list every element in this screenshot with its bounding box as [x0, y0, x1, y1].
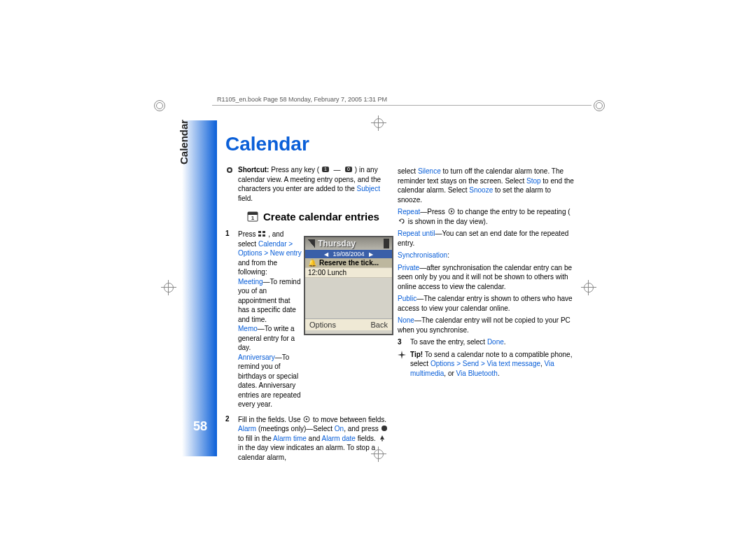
- svg-point-1: [228, 169, 231, 171]
- private-label: Private: [398, 264, 419, 272]
- text: —The calendar entry will not be copied t…: [398, 316, 570, 334]
- phone-date: 19/08/2004: [332, 251, 364, 258]
- register-mark: [371, 115, 386, 131]
- svg-point-14: [306, 418, 307, 419]
- text: , and press: [344, 425, 380, 433]
- step-number: 3: [398, 337, 405, 347]
- phone-softkeys: Options Back: [305, 318, 392, 330]
- silence-label: Silence: [418, 167, 441, 175]
- meeting-label: Meeting: [238, 278, 263, 286]
- repeat-until-label: Repeat until: [398, 230, 435, 237]
- register-mark: [581, 280, 596, 295]
- text: .: [498, 370, 500, 377]
- phone-entry-text: Reserve the tick...: [319, 259, 379, 267]
- right-key-icon: [447, 208, 456, 215]
- svg-rect-11: [258, 234, 261, 237]
- text: select: [398, 167, 418, 175]
- phone-entry-time: 12:00: [308, 269, 326, 276]
- phone-softkey-right: Back: [371, 321, 388, 329]
- shortcut-note: Shortcut: Press any key ( 1 — 0 ) in any…: [225, 165, 392, 203]
- text: in the day view indicates an alarm. To s…: [238, 444, 375, 461]
- signal-icon: [308, 239, 315, 248]
- svg-point-16: [382, 440, 383, 441]
- subject-link: Subject: [357, 185, 380, 192]
- text: to fill in the: [238, 435, 273, 442]
- memo-label: Memo: [238, 325, 258, 332]
- phone-softkey-left: Options: [309, 321, 336, 329]
- tip-note: Tip! To send a calendar note to a compat…: [398, 350, 575, 379]
- svg-text:1: 1: [251, 215, 255, 221]
- chevron-left-icon: ◀: [324, 251, 328, 258]
- phone-day-label: Thursday: [318, 239, 381, 248]
- text: .: [504, 338, 506, 346]
- text: is shown in the day view).: [408, 218, 488, 225]
- alarm-date-label: Alarm date: [322, 435, 356, 442]
- list-item: 1 Press , and select Calendar > Options …: [225, 230, 302, 409]
- text: —after synchronisation the calendar entr…: [398, 264, 572, 290]
- stop-label: Stop: [526, 177, 541, 185]
- crop-mark: [154, 100, 165, 111]
- svg-text:0: 0: [347, 167, 350, 171]
- text: —The calendar entry is shown to others w…: [398, 295, 573, 312]
- repeat-label: Repeat: [398, 208, 420, 216]
- text: and: [307, 435, 322, 442]
- public-label: Public: [398, 295, 416, 302]
- phone-screenshot: Thursday ◀ 19/08/2004 ▶ 🔔 Reserve the ti…: [304, 236, 393, 335]
- right-column: select Silence to turn off the calendar …: [398, 167, 575, 385]
- step-number: 2: [225, 415, 232, 463]
- text: , or: [444, 370, 456, 377]
- bell-icon: [378, 435, 386, 442]
- repeat-icon: [398, 218, 406, 225]
- scroll-key-icon: [302, 416, 311, 423]
- svg-point-15: [382, 426, 387, 431]
- section-side-label: Calendar: [178, 120, 190, 164]
- key-1-icon: 1: [321, 166, 330, 173]
- menu-key-icon: [258, 230, 266, 237]
- send-text-path: Options > Send > Via text message: [430, 360, 540, 367]
- text: Fill in the fields. Use: [238, 416, 302, 423]
- phone-entry-text: Lunch: [328, 269, 346, 276]
- snooze-label: Snooze: [469, 186, 493, 194]
- chevron-right-icon: ▶: [369, 251, 373, 258]
- text: Press any key (: [269, 166, 319, 174]
- svg-rect-9: [258, 231, 261, 233]
- anniversary-label: Anniversary: [238, 353, 275, 361]
- svg-rect-10: [262, 231, 265, 233]
- phone-entry-selected: 🔔 Reserve the tick...: [305, 258, 392, 268]
- select-key-icon: [380, 425, 388, 432]
- tip-label: Tip!: [410, 351, 423, 358]
- sidebar-banner: [182, 120, 217, 456]
- none-label: None: [398, 316, 414, 324]
- phone-status-bar: Thursday: [305, 237, 392, 250]
- page-number: 58: [193, 419, 207, 434]
- phone-entry: 12:00 Lunch: [305, 268, 392, 278]
- svg-text:1: 1: [324, 167, 327, 171]
- text: and from the following:: [238, 259, 277, 276]
- text: to change the entry to be repeating (: [457, 208, 570, 216]
- text: field.: [238, 195, 253, 202]
- step-number: 1: [225, 230, 232, 409]
- battery-icon: [384, 239, 389, 248]
- sparkle-icon: [398, 351, 406, 359]
- text: To save the entry, select: [410, 338, 487, 346]
- text: to move between fields.: [313, 416, 386, 423]
- text: Press: [238, 230, 258, 238]
- text: (meetings only)—Select: [256, 425, 335, 433]
- alarm-time-label: Alarm time: [273, 435, 307, 442]
- sparkle-icon: [225, 166, 234, 174]
- shortcut-label: Shortcut:: [238, 166, 269, 174]
- calendar-icon: 1: [246, 210, 259, 223]
- svg-rect-12: [262, 234, 265, 237]
- crop-mark: [594, 100, 605, 111]
- send-bt-path: Via Bluetooth: [456, 370, 498, 377]
- key-0-icon: 0: [344, 166, 353, 173]
- page-title: Calendar: [225, 133, 575, 155]
- running-header: R1105_en.book Page 58 Monday, February 7…: [217, 96, 387, 103]
- register-mark: [161, 280, 176, 295]
- alarm-label: Alarm: [238, 425, 256, 433]
- text: fields.: [356, 435, 378, 442]
- phone-date-bar: ◀ 19/08/2004 ▶: [305, 250, 392, 258]
- text: —Press: [420, 208, 447, 216]
- section-heading-text: Create calendar entries: [263, 211, 379, 223]
- text: —To remind you of birthdays or special d…: [238, 353, 301, 409]
